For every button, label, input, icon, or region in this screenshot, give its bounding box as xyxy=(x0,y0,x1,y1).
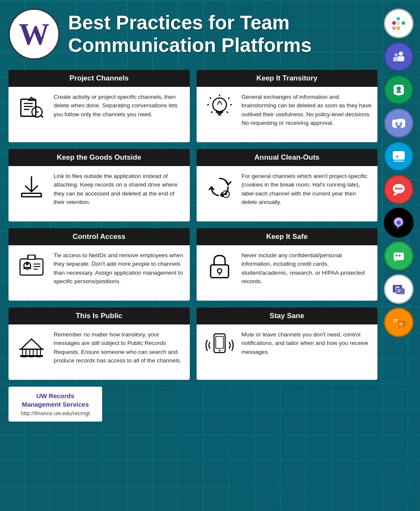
card-body: Mute or leave channels you don't need, c… xyxy=(197,324,378,380)
sidebar-icons xyxy=(382,9,420,337)
phone-notification-icon xyxy=(203,330,237,360)
svg-point-8 xyxy=(394,53,398,57)
card-description: General exchanges of information and bra… xyxy=(242,93,372,127)
svg-point-6 xyxy=(399,52,403,56)
fleep-icon xyxy=(384,274,414,304)
svg-rect-26 xyxy=(395,287,400,288)
svg-rect-7 xyxy=(397,56,404,61)
card-body: For general channels which aren't projec… xyxy=(197,166,378,221)
svg-rect-78 xyxy=(216,336,223,348)
card-goods-outside: Keep the Goods Outside Link to files out… xyxy=(9,149,190,221)
footer-url: http://finance.uw.edu/recmgt xyxy=(17,410,94,416)
svg-point-12 xyxy=(395,122,398,125)
card-title: Keep the Goods Outside xyxy=(57,153,141,161)
svg-rect-2 xyxy=(402,21,405,25)
project-channels-icon xyxy=(14,93,49,123)
svg-rect-4 xyxy=(392,26,396,30)
svg-line-50 xyxy=(228,98,229,99)
card-body: Never include any confidential/personal … xyxy=(197,245,378,301)
svg-rect-9 xyxy=(393,57,398,61)
card-keep-safe: Keep It Safe Never include any confident… xyxy=(197,228,378,301)
svg-point-24 xyxy=(399,255,401,257)
svg-rect-31 xyxy=(397,291,400,292)
footer-title: UW Records Management Services xyxy=(17,392,94,408)
card-control-access: Control Access Tie ac xyxy=(9,228,190,301)
card-title: This Is Public xyxy=(76,312,123,320)
card-annual-cleanouts: Annual Clean-Outs For xyxy=(197,149,378,221)
cards-grid: Project Channels Create activity o xyxy=(9,70,420,380)
card-description: Create activity or project-specific chan… xyxy=(54,93,184,119)
svg-point-17 xyxy=(395,188,397,190)
discord-icon xyxy=(384,108,414,138)
uw-letter: W xyxy=(19,19,49,49)
footer-box: UW Records Management Services http://fi… xyxy=(9,387,102,422)
svg-line-54 xyxy=(227,112,228,113)
card-body: Create activity or project-specific chan… xyxy=(9,87,190,142)
card-title: Annual Clean-Outs xyxy=(254,153,320,161)
badge-icon xyxy=(14,251,49,281)
svg-point-18 xyxy=(398,188,400,190)
card-keep-transitory: Keep It Transitory xyxy=(197,70,378,142)
card-title: Keep It Safe xyxy=(266,233,308,241)
teams-icon xyxy=(384,42,414,72)
svg-rect-15 xyxy=(394,161,404,162)
svg-rect-68 xyxy=(211,265,229,278)
card-body: General exchanges of information and bra… xyxy=(197,87,378,142)
svg-rect-30 xyxy=(397,290,401,290)
footer: UW Records Management Services http://fi… xyxy=(9,387,420,422)
svg-rect-55 xyxy=(22,193,41,197)
webex-icon xyxy=(384,141,414,171)
svg-rect-5 xyxy=(397,21,400,25)
card-title: Control Access xyxy=(73,233,126,241)
header: W Best Practices for Team Communication … xyxy=(9,9,420,60)
uw-logo: W xyxy=(9,9,60,60)
svg-point-79 xyxy=(219,350,220,351)
svg-point-45 xyxy=(213,98,226,112)
card-body: Remember no matter how transitory, your … xyxy=(9,324,190,380)
svg-rect-3 xyxy=(397,26,400,30)
svg-point-19 xyxy=(400,188,403,190)
card-header: Keep the Goods Outside xyxy=(9,149,190,166)
card-description: For general channels which aren't projec… xyxy=(242,172,372,207)
card-header: Annual Clean-Outs xyxy=(197,149,378,166)
svg-point-23 xyxy=(396,255,398,257)
svg-rect-67 xyxy=(29,256,34,259)
svg-point-69 xyxy=(217,269,222,273)
card-description: Link to files outside the application in… xyxy=(54,172,184,207)
card-body: Tie access to NetIDs and remove employee… xyxy=(9,245,190,301)
svg-rect-37 xyxy=(399,324,403,325)
flock-icon xyxy=(384,241,414,271)
slack-icon xyxy=(384,9,414,38)
card-header: Project Channels xyxy=(9,70,190,87)
svg-point-62 xyxy=(26,263,29,265)
card-header: Stay Sane xyxy=(197,307,378,324)
svg-point-21 xyxy=(397,221,401,225)
hangouts-icon xyxy=(384,75,414,105)
svg-marker-75 xyxy=(21,339,42,349)
card-title: Keep It Transitory xyxy=(256,74,317,82)
page-title: Best Practices for Team Communication Pl… xyxy=(68,11,377,57)
card-body: Link to files outside the application in… xyxy=(9,166,190,221)
card-title: Project Channels xyxy=(69,74,129,82)
download-icon xyxy=(14,172,49,202)
card-header: This Is Public xyxy=(9,307,190,324)
svg-point-11 xyxy=(397,86,401,91)
card-project-channels: Project Channels Create activity o xyxy=(9,70,190,142)
card-title: Stay Sane xyxy=(270,312,304,320)
svg-rect-14 xyxy=(393,151,405,160)
chat-icon xyxy=(384,307,414,337)
svg-rect-36 xyxy=(399,323,403,324)
card-header: Control Access xyxy=(9,228,190,245)
recycle-icon xyxy=(203,172,237,202)
svg-rect-34 xyxy=(394,319,398,320)
card-description: Tie access to NetIDs and remove employee… xyxy=(54,251,184,286)
svg-rect-0 xyxy=(392,21,396,25)
card-this-is-public: This Is Public Remember no matter how tr… xyxy=(9,307,190,380)
card-header: Keep It Transitory xyxy=(197,70,378,87)
svg-point-13 xyxy=(400,122,402,125)
svg-rect-35 xyxy=(394,321,397,322)
lock-icon xyxy=(203,251,237,281)
card-stay-sane: Stay Sane Mute or leave channels you don… xyxy=(197,307,378,380)
card-description: Remember no matter how transitory, your … xyxy=(54,330,184,365)
card-header: Keep It Safe xyxy=(197,228,378,245)
